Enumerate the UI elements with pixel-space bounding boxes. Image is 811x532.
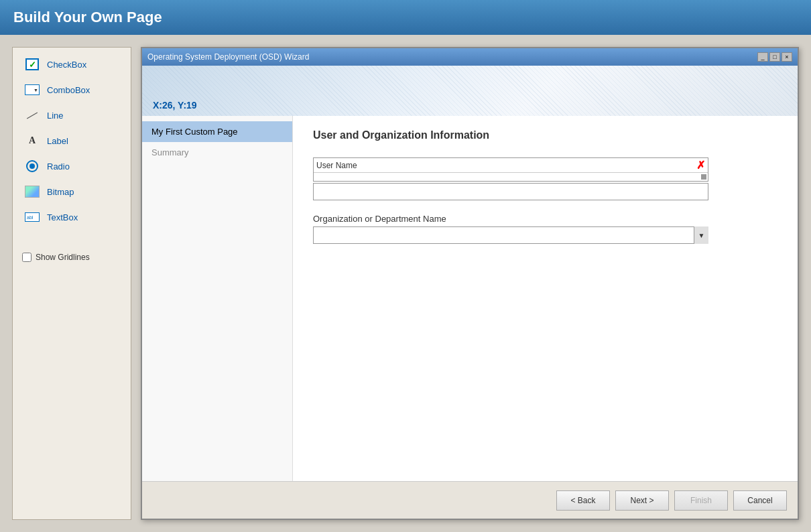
next-button[interactable]: Next > <box>615 490 669 511</box>
finish-button[interactable]: Finish <box>674 490 728 511</box>
wizard-body: X:26, Y:19 My First Custom Page Summary … <box>142 66 798 519</box>
page-header: Build Your Own Page <box>0 0 811 35</box>
wizard-window: Operating System Deployment (OSD) Wizard… <box>141 47 799 520</box>
username-wrapper: User Name ✗ <box>313 157 708 182</box>
show-gridlines-checkbox[interactable] <box>22 253 32 262</box>
username-field-group: User Name ✗ <box>313 157 777 200</box>
tool-line[interactable]: Line <box>17 104 127 127</box>
wizard-window-title: Operating System Deployment (OSD) Wizard <box>147 52 309 62</box>
username-input-box: User Name ✗ <box>313 157 708 182</box>
tool-textbox-label: TextBox <box>47 212 78 222</box>
coordinates-display: X:26, Y:19 <box>153 100 197 111</box>
close-button[interactable]: × <box>782 52 792 62</box>
wizard-titlebar: Operating System Deployment (OSD) Wizard… <box>142 48 798 66</box>
line-icon <box>23 107 42 123</box>
tool-combobox-label: ComboBox <box>47 85 90 95</box>
username-bottom-bar <box>314 173 708 181</box>
combo-arrow[interactable]: ▼ <box>694 226 708 244</box>
tool-textbox[interactable]: abl TextBox <box>17 206 127 228</box>
nav-item-summary[interactable]: Summary <box>142 142 292 163</box>
orgname-label: Organization or Department Name <box>313 214 777 224</box>
wizard-main: User and Organization Information User N… <box>293 116 798 481</box>
resize-handle[interactable] <box>701 174 706 180</box>
toolbox-panel: CheckBox ComboBox Line A Label <box>12 47 131 520</box>
main-area: CheckBox ComboBox Line A Label <box>0 35 811 532</box>
page-title: Build Your Own Page <box>13 9 162 26</box>
orgname-combo-wrapper: ▼ <box>313 226 708 244</box>
nav-item-custom-page[interactable]: My First Custom Page <box>142 121 292 142</box>
toolbox-divider <box>17 231 127 239</box>
username-label: User Name <box>316 161 357 170</box>
tool-label[interactable]: A Label <box>17 129 127 152</box>
bitmap-icon <box>23 184 42 200</box>
radio-icon <box>23 158 42 174</box>
show-gridlines-label: Show Gridlines <box>36 253 90 262</box>
combobox-icon <box>23 82 42 98</box>
label-icon: A <box>23 133 42 149</box>
tool-line-label: Line <box>47 111 64 121</box>
tool-bitmap[interactable]: Bitmap <box>17 180 127 203</box>
checkbox-icon <box>23 56 42 72</box>
tool-checkbox-label: CheckBox <box>47 60 86 70</box>
username-top-bar: User Name ✗ <box>314 158 708 173</box>
wizard-banner: X:26, Y:19 <box>142 66 798 116</box>
username-input[interactable] <box>313 183 708 200</box>
cancel-button[interactable]: Cancel <box>733 490 787 511</box>
orgname-input[interactable] <box>313 226 708 244</box>
textbox-icon: abl <box>23 209 42 225</box>
tool-checkbox[interactable]: CheckBox <box>17 53 127 76</box>
orgname-field-group: Organization or Department Name ▼ <box>313 214 777 244</box>
error-marker: ✗ <box>696 159 705 172</box>
minimize-button[interactable]: _ <box>757 52 768 62</box>
wizard-bottom-bar: < Back Next > Finish Cancel <box>142 481 798 519</box>
wizard-nav: My First Custom Page Summary <box>142 116 293 481</box>
tool-label-label: Label <box>47 136 68 146</box>
titlebar-buttons: _ □ × <box>757 52 792 62</box>
wizard-content: My First Custom Page Summary User and Or… <box>142 116 798 481</box>
restore-button[interactable]: □ <box>769 52 780 62</box>
tool-radio-label: Radio <box>47 161 70 172</box>
tool-bitmap-label: Bitmap <box>47 187 74 197</box>
tool-radio[interactable]: Radio <box>17 155 127 178</box>
show-gridlines-row: Show Gridlines <box>17 249 127 266</box>
tool-combobox[interactable]: ComboBox <box>17 78 127 101</box>
section-title: User and Organization Information <box>313 129 777 141</box>
back-button[interactable]: < Back <box>556 490 610 511</box>
